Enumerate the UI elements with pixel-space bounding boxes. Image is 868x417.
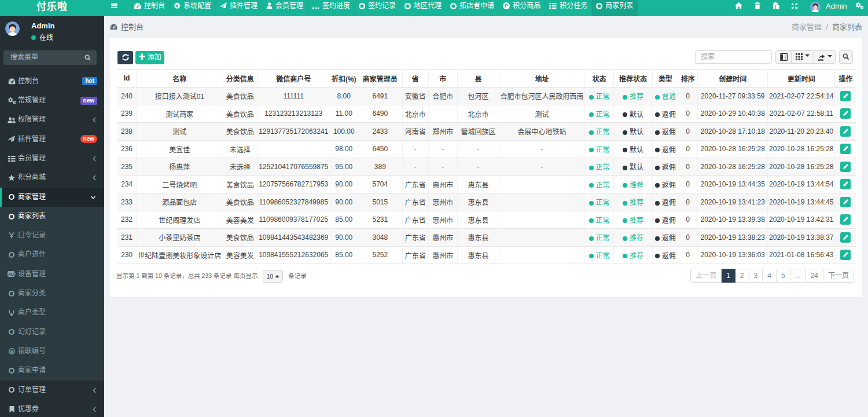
svg-text:AD: AD (8, 272, 14, 276)
svg-text:B: B (10, 349, 13, 354)
svg-text:P: P (505, 3, 508, 9)
